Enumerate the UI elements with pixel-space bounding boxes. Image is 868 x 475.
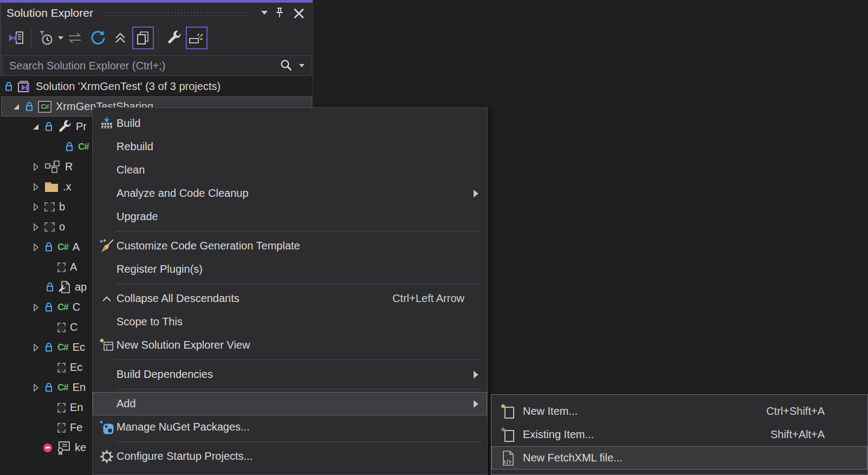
pin-icon[interactable]: [274, 7, 285, 20]
menu-item-collapse-all-descendants[interactable]: Collapse All Descendants Ctrl+Left Arrow: [93, 287, 487, 310]
broom-sparkle-icon: [97, 239, 116, 254]
submenu-item-new-item[interactable]: New Item... Ctrl+Shift+A: [491, 400, 867, 423]
menu-separator: [115, 360, 482, 360]
hidden-file-icon: [57, 323, 66, 332]
expander-collapsed-icon[interactable]: [31, 343, 40, 352]
menu-item-customize-code-generation-template[interactable]: Customize Code Generation Template: [93, 234, 487, 258]
collapse-all-icon[interactable]: [109, 27, 131, 49]
lock-icon: [44, 382, 53, 393]
home-icon[interactable]: [5, 27, 27, 49]
menu-item-label: Customize Code Generation Template: [116, 240, 300, 252]
toolbar-separator: [31, 29, 31, 47]
lock-icon: [44, 342, 53, 352]
config-file-icon: [59, 281, 70, 294]
submenu-item-new-fetchxml-file[interactable]: New FetchXML file...: [491, 446, 867, 470]
expander-expanded-icon[interactable]: [12, 102, 21, 111]
properties-wrench-icon: [57, 120, 72, 134]
hidden-file-icon: [57, 262, 66, 272]
submenu-item-existing-item[interactable]: Existing Item... Shift+Alt+A: [491, 423, 867, 446]
lock-icon: [65, 142, 74, 152]
search-icon[interactable]: [280, 59, 294, 73]
csharp-file-icon: C#: [57, 302, 68, 313]
tree-row-label: A: [70, 261, 77, 273]
search-options-caret-icon[interactable]: [299, 64, 305, 67]
tree-row-label: C: [73, 301, 80, 313]
submenu-item-label: New Item...: [523, 405, 578, 418]
tree-row-label: R: [65, 161, 73, 173]
fetchxml-file-icon: [498, 450, 519, 466]
menu-item-build[interactable]: Build: [93, 112, 487, 135]
new-item-icon: [498, 403, 519, 420]
csharp-file-icon: C#: [78, 142, 89, 152]
submenu-item-label: Existing Item...: [523, 428, 594, 441]
preview-selected-items-icon[interactable]: [186, 27, 208, 49]
menu-item-manage-nuget-packages[interactable]: Manage NuGet Packages...: [93, 415, 487, 439]
certificate-icon: [56, 441, 70, 455]
new-view-icon: [97, 338, 116, 352]
panel-titlebar: Solution Explorer ×: [1, 3, 313, 23]
menu-separator: [115, 284, 482, 284]
expander-collapsed-icon[interactable]: [31, 183, 40, 191]
hidden-file-icon: [57, 423, 66, 433]
menu-item-upgrade[interactable]: Upgrade: [93, 205, 487, 228]
menu-item-label: Manage NuGet Packages...: [116, 421, 250, 433]
expander-collapsed-icon[interactable]: [31, 303, 40, 312]
submenu-arrow-icon: [474, 371, 478, 378]
expander-expanded-icon[interactable]: [31, 123, 40, 131]
show-all-files-icon[interactable]: [132, 27, 154, 49]
menu-item-configure-startup-projects[interactable]: Configure Startup Projects...: [93, 445, 487, 468]
menu-item-rebuild[interactable]: Rebuild: [93, 135, 487, 158]
tree-row-solution[interactable]: Solution 'XrmGenTest' (3 of 3 projects): [1, 76, 312, 97]
tree-row-label: En: [70, 401, 83, 414]
existing-item-icon: [498, 427, 519, 443]
menu-item-build-dependencies[interactable]: Build Dependencies: [93, 363, 487, 386]
tree-row-label: C: [70, 321, 77, 333]
window-position-chevron-icon[interactable]: [261, 11, 268, 15]
menu-separator: [115, 441, 482, 442]
lock-icon: [25, 101, 34, 112]
tree-row-label: En: [73, 381, 86, 394]
chevron-up-icon: [97, 295, 116, 303]
menu-separator: [115, 389, 482, 389]
menu-item-new-solution-explorer-view[interactable]: New Solution Explorer View: [93, 333, 487, 357]
menu-item-analyze-and-code-cleanup[interactable]: Analyze and Code Cleanup: [93, 182, 487, 205]
menu-item-shortcut: Ctrl+Left Arrow: [392, 292, 464, 305]
expander-collapsed-icon[interactable]: [31, 383, 40, 392]
tree-row-label: ke: [75, 441, 86, 454]
tree-row-label: .x: [63, 181, 72, 193]
refresh-icon[interactable]: [87, 27, 108, 49]
search-placeholder: Search Solution Explorer (Ctrl+;): [9, 60, 280, 72]
menu-item-label: Analyze and Code Cleanup: [116, 187, 249, 200]
submenu-arrow-icon: [474, 190, 478, 197]
properties-wrench-icon[interactable]: [163, 27, 185, 49]
tree-row-label: Pr: [76, 120, 87, 133]
menu-item-add[interactable]: Add: [93, 392, 487, 415]
submenu-arrow-icon: [474, 400, 478, 408]
dropdown-caret-icon[interactable]: [58, 36, 63, 40]
csharp-file-icon: C#: [57, 382, 68, 393]
tree-row-label: Ec: [70, 361, 82, 374]
menu-item-register-plugins[interactable]: Register Plugin(s): [93, 258, 487, 281]
drag-grip[interactable]: [105, 11, 247, 16]
hidden-file-icon: [57, 403, 66, 413]
excluded-minus-icon: [43, 444, 52, 452]
search-input[interactable]: Search Solution Explorer (Ctrl+;): [2, 55, 312, 76]
project-context-menu: Build Rebuild Clean Analyze and Code Cle…: [92, 107, 488, 475]
expander-collapsed-icon[interactable]: [31, 163, 40, 171]
expander-collapsed-icon[interactable]: [31, 223, 40, 232]
expander-collapsed-icon[interactable]: [31, 243, 40, 252]
toolbar-separator: [158, 29, 159, 47]
menu-item-label: Collapse All Descendants: [116, 292, 239, 305]
lock-icon: [44, 121, 53, 132]
menu-item-clean[interactable]: Clean: [93, 158, 487, 182]
sync-with-active-document-icon[interactable]: [64, 27, 86, 49]
folder-icon: [44, 181, 59, 192]
close-icon[interactable]: ×: [292, 8, 306, 18]
expander-collapsed-icon[interactable]: [31, 203, 40, 211]
add-submenu: New Item... Ctrl+Shift+A Existing Item..…: [491, 394, 868, 475]
menu-item-label: Register Plugin(s): [116, 263, 203, 275]
menu-item-scope-to-this[interactable]: Scope to This: [93, 310, 487, 333]
lock-icon: [46, 282, 54, 292]
pending-changes-filter-icon[interactable]: [36, 27, 57, 49]
tree-row-label: o: [59, 221, 65, 233]
